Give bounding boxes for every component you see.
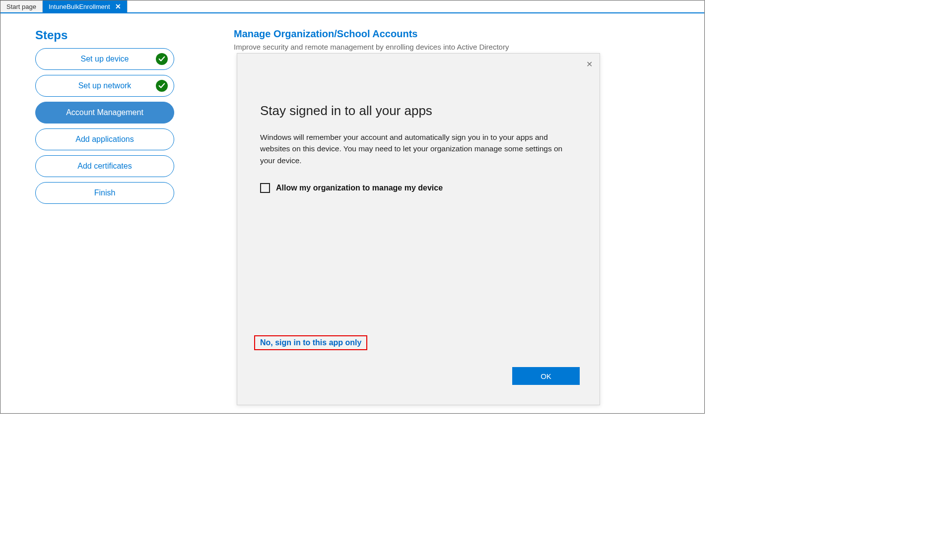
step-label: Add applications (75, 135, 134, 144)
tab-label: Start page (6, 3, 36, 10)
sign-in-this-app-only-highlight: No, sign in to this app only (254, 335, 367, 350)
dialog-title: Stay signed in to all your apps (260, 103, 577, 119)
close-icon[interactable]: ✕ (115, 2, 121, 10)
step-set-up-network[interactable]: Set up network (35, 75, 174, 97)
step-label: Finish (94, 188, 116, 197)
step-label: Account Management (66, 108, 143, 117)
stay-signed-in-dialog: ✕ Stay signed in to all your apps Window… (237, 53, 600, 405)
close-icon[interactable]: ✕ (586, 60, 593, 69)
dialog-body-text: Windows will remember your account and a… (260, 131, 577, 166)
step-add-certificates[interactable]: Add certificates (35, 155, 174, 177)
page-subtitle: Improve security and remote management b… (234, 43, 611, 51)
step-label: Add certificates (77, 162, 132, 171)
steps-title: Steps (35, 28, 174, 42)
checkmark-icon (156, 53, 168, 65)
tab-bar: Start page IntuneBulkEnrollment ✕ (0, 0, 704, 13)
tab-intune-bulk-enrollment[interactable]: IntuneBulkEnrollment ✕ (43, 0, 128, 12)
checkbox-label: Allow my organization to manage my devic… (276, 184, 443, 192)
steps-sidebar: Steps Set up device Set up network Accou… (35, 28, 174, 209)
step-add-applications[interactable]: Add applications (35, 128, 174, 150)
manage-device-checkbox[interactable] (260, 183, 270, 193)
sign-in-this-app-only-link[interactable]: No, sign in to this app only (260, 338, 361, 347)
checkmark-icon (156, 80, 168, 92)
tab-label: IntuneBulkEnrollment (49, 3, 110, 10)
step-label: Set up device (81, 55, 129, 63)
step-account-management[interactable]: Account Management (35, 102, 174, 124)
tab-start-page[interactable]: Start page (0, 0, 43, 12)
page-title: Manage Organization/School Accounts (234, 28, 611, 40)
ok-button[interactable]: OK (512, 367, 580, 385)
step-set-up-device[interactable]: Set up device (35, 48, 174, 70)
step-label: Set up network (78, 81, 132, 90)
step-finish[interactable]: Finish (35, 182, 174, 204)
